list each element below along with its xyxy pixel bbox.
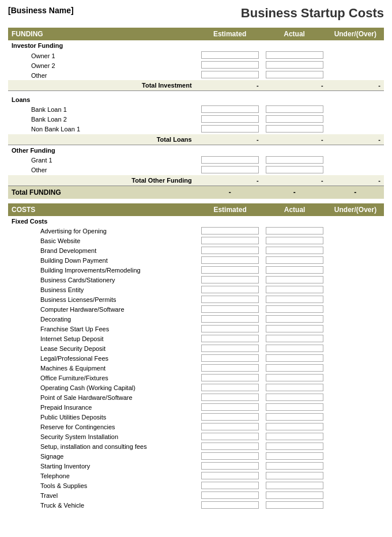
tools-supplies-actual[interactable] xyxy=(266,482,323,489)
signage-actual[interactable] xyxy=(266,452,323,460)
building-improvements-estimated[interactable] xyxy=(201,266,259,274)
grant1-label: Grant 1 xyxy=(8,156,198,165)
internet-setup-actual[interactable] xyxy=(266,335,323,342)
owner1-estimated[interactable] xyxy=(201,51,259,59)
signage-estimated[interactable] xyxy=(201,452,259,460)
building-improvements-actual[interactable] xyxy=(266,266,323,274)
table-row: Public Utilities Deposits xyxy=(8,413,384,422)
total-funding-label: Total FUNDING xyxy=(8,186,198,199)
legal-fees-estimated[interactable] xyxy=(201,354,259,362)
travel-estimated[interactable] xyxy=(201,491,259,499)
table-row: Building Down Payment xyxy=(8,256,384,266)
bank-loan2-actual[interactable] xyxy=(266,115,323,123)
costs-section-header: COSTS Estimated Actual Under/(Over) xyxy=(8,203,384,216)
prepaid-insurance-estimated[interactable] xyxy=(201,403,259,411)
telephone-actual[interactable] xyxy=(266,472,323,479)
business-licenses-estimated[interactable] xyxy=(201,296,259,303)
public-utilities-estimated[interactable] xyxy=(201,413,259,421)
non-bank-loan1-estimated[interactable] xyxy=(201,125,259,133)
internet-setup-estimated[interactable] xyxy=(201,335,259,342)
office-furniture-actual[interactable] xyxy=(266,374,323,381)
investor-other-estimated[interactable] xyxy=(201,71,259,78)
machines-equipment-actual[interactable] xyxy=(266,364,323,372)
bank-loan2-estimated[interactable] xyxy=(201,115,259,123)
owner2-estimated[interactable] xyxy=(201,61,259,69)
business-name: [Business Name] xyxy=(8,6,74,15)
tools-supplies-estimated[interactable] xyxy=(201,482,259,489)
owner1-actual[interactable] xyxy=(266,51,323,59)
table-row: Reserve for Contingencies xyxy=(8,422,384,432)
decorating-actual[interactable] xyxy=(266,315,323,323)
costs-table: COSTS Estimated Actual Under/(Over) Fixe… xyxy=(8,203,384,510)
bank-loan1-actual[interactable] xyxy=(266,105,323,113)
bank-loan1-estimated[interactable] xyxy=(201,105,259,113)
pos-hardware-actual[interactable] xyxy=(266,394,323,401)
table-row: Decorating xyxy=(8,315,384,324)
computer-hardware-estimated[interactable] xyxy=(201,305,259,313)
table-row: Building Improvements/Remodeling xyxy=(8,266,384,275)
grant1-estimated[interactable] xyxy=(201,156,259,164)
pos-hardware-estimated[interactable] xyxy=(201,394,259,401)
operating-cash-estimated[interactable] xyxy=(201,384,259,391)
truck-vehicle-actual[interactable] xyxy=(266,501,323,509)
security-system-estimated[interactable] xyxy=(201,433,259,440)
grant1-actual[interactable] xyxy=(266,156,323,164)
starting-inventory-actual[interactable] xyxy=(266,462,323,470)
travel-label: Travel xyxy=(8,491,198,501)
starting-inventory-estimated[interactable] xyxy=(201,462,259,470)
tools-supplies-label: Tools & Supplies xyxy=(8,481,198,491)
table-row: Owner 2 xyxy=(8,60,384,70)
non-bank-loan1-actual[interactable] xyxy=(266,125,323,133)
prepaid-insurance-actual[interactable] xyxy=(266,403,323,411)
machines-equipment-estimated[interactable] xyxy=(201,364,259,372)
office-furniture-estimated[interactable] xyxy=(201,374,259,381)
advertising-estimated[interactable] xyxy=(201,227,259,235)
prepaid-insurance-label: Prepaid Insurance xyxy=(8,403,198,413)
table-row: Other xyxy=(8,165,384,175)
operating-cash-actual[interactable] xyxy=(266,384,323,391)
total-other-funding-estimated: - xyxy=(198,175,262,186)
basic-website-estimated[interactable] xyxy=(201,237,259,244)
business-cards-estimated[interactable] xyxy=(201,276,259,283)
travel-actual[interactable] xyxy=(266,491,323,499)
brand-development-estimated[interactable] xyxy=(201,247,259,254)
franchise-estimated[interactable] xyxy=(201,325,259,332)
business-licenses-actual[interactable] xyxy=(266,296,323,303)
internet-setup-label: Internet Setup Deposit xyxy=(8,334,198,344)
reserve-contingencies-actual[interactable] xyxy=(266,423,323,430)
building-down-payment-estimated[interactable] xyxy=(201,256,259,264)
security-system-actual[interactable] xyxy=(266,433,323,440)
lease-security-estimated[interactable] xyxy=(201,345,259,352)
basic-website-actual[interactable] xyxy=(266,237,323,244)
business-cards-actual[interactable] xyxy=(266,276,323,283)
other-funding-other-estimated[interactable] xyxy=(201,166,259,173)
table-row: Grant 1 xyxy=(8,156,384,165)
business-entity-actual[interactable] xyxy=(266,286,323,293)
other-funding-other-actual[interactable] xyxy=(266,166,323,173)
public-utilities-actual[interactable] xyxy=(266,413,323,421)
computer-hardware-label: Computer Hardware/Software xyxy=(8,305,198,315)
table-row: Security System Installation xyxy=(8,432,384,442)
business-entity-estimated[interactable] xyxy=(201,286,259,293)
table-row: Prepaid Insurance xyxy=(8,403,384,413)
franchise-actual[interactable] xyxy=(266,325,323,332)
legal-fees-actual[interactable] xyxy=(266,354,323,362)
building-down-payment-actual[interactable] xyxy=(266,256,323,264)
computer-hardware-actual[interactable] xyxy=(266,305,323,313)
setup-installation-actual[interactable] xyxy=(266,443,323,450)
total-funding-estimated: - xyxy=(198,186,262,199)
table-row: Business Cards/Stationery xyxy=(8,275,384,285)
decorating-estimated[interactable] xyxy=(201,315,259,323)
decorating-label: Decorating xyxy=(8,315,198,324)
reserve-contingencies-estimated[interactable] xyxy=(201,423,259,430)
advertising-actual[interactable] xyxy=(266,227,323,235)
total-investment-estimated: - xyxy=(198,80,262,91)
investor-other-actual[interactable] xyxy=(266,71,323,78)
owner2-actual[interactable] xyxy=(266,61,323,69)
truck-vehicle-estimated[interactable] xyxy=(201,501,259,509)
lease-security-actual[interactable] xyxy=(266,345,323,352)
brand-development-actual[interactable] xyxy=(266,247,323,254)
page: [Business Name] Business Startup Costs F… xyxy=(0,0,392,516)
telephone-estimated[interactable] xyxy=(201,472,259,479)
setup-installation-estimated[interactable] xyxy=(201,443,259,450)
